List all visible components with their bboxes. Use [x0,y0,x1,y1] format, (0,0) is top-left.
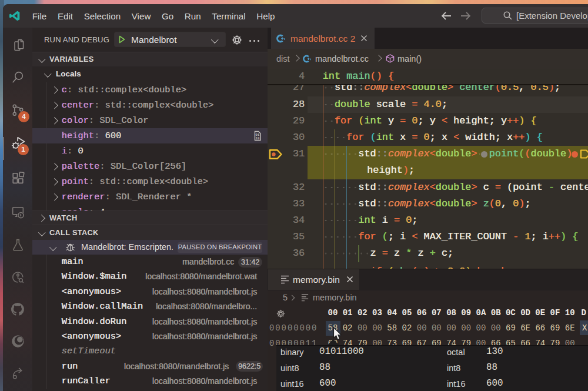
svg-text:10: 10 [256,136,260,141]
